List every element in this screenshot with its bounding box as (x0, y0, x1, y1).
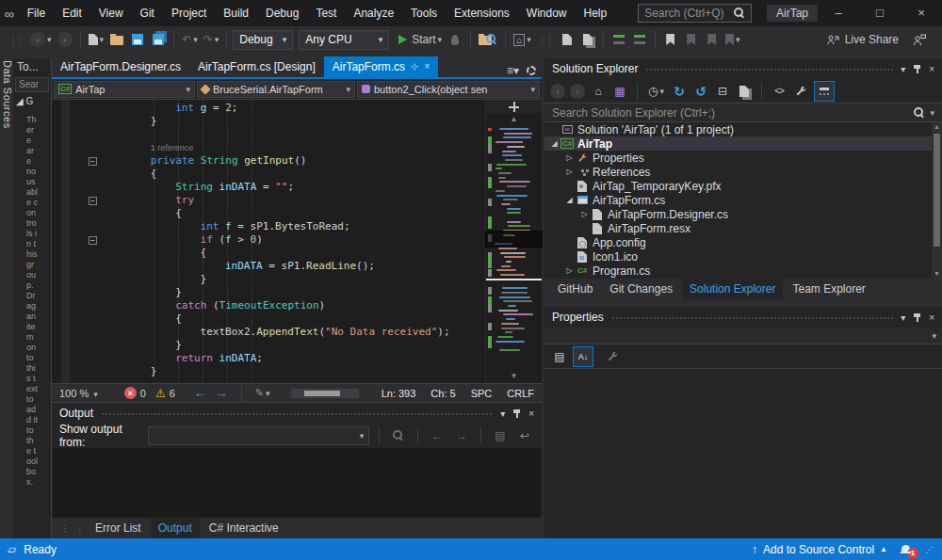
menu-item-test[interactable]: Test (307, 0, 345, 26)
menu-item-window[interactable]: Window (518, 0, 576, 26)
code-line[interactable]: return inDATA; (52, 352, 485, 365)
add-to-source-control-button[interactable]: ↑ Add to Source Control ▲ (752, 543, 887, 556)
tree-item[interactable]: ◢C#AirTap (544, 136, 942, 151)
tree-item[interactable]: ∞Solution 'AirTap' (1 of 1 project) (544, 122, 942, 136)
code-line[interactable]: { (52, 207, 485, 220)
expanded-expander-icon[interactable]: ◢ (548, 139, 560, 148)
move-item-icon[interactable] (558, 29, 577, 50)
member-dropdown[interactable]: button2_Click(object sen ▾ (357, 81, 540, 98)
copy-item-icon[interactable] (578, 29, 597, 50)
line-ending-indicator[interactable]: CRLF (507, 388, 534, 399)
type-dropdown[interactable]: BruceSerial.AirTapForm ▾ (197, 81, 355, 98)
toolbox-search-input[interactable]: Sear (15, 77, 49, 92)
window-home-icon[interactable]: ⌂▾ (512, 29, 533, 50)
dock-tab-github[interactable]: GitHub (550, 279, 600, 299)
dock-tab-git-changes[interactable]: Git Changes (602, 279, 680, 299)
expanded-expander-icon[interactable]: ◢ (563, 196, 576, 204)
scrollbar-thumb[interactable] (934, 134, 940, 247)
navigate-forward-icon[interactable]: → (216, 386, 228, 400)
tree-item[interactable]: App.config (544, 235, 942, 249)
editor-minimap-scrollbar[interactable]: ▲ ▼ (485, 100, 542, 383)
dock-tab-solution-explorer[interactable]: Solution Explorer (682, 279, 783, 299)
pending-changes-filter-icon[interactable]: ◷▾ (646, 81, 666, 102)
navigate-back-icon[interactable]: ← (194, 386, 206, 400)
goto-next-message-icon[interactable]: → (452, 425, 471, 446)
chevron-down-icon[interactable]: ▾ (901, 312, 905, 323)
pin-icon[interactable]: ⊹ (411, 56, 418, 77)
code-line[interactable]: 1 reference (52, 141, 485, 154)
solution-configuration-combo[interactable]: Debug▾ (233, 30, 293, 50)
close-button[interactable]: × (901, 0, 942, 26)
solution-explorer-search-input[interactable]: Search Solution Explorer (Ctrl+;) ▾ (544, 104, 942, 122)
minimap-viewport[interactable] (486, 232, 542, 247)
dock-grip[interactable]: ⋮ (57, 523, 71, 534)
undo-icon[interactable]: ↶▾ (180, 29, 200, 50)
collapsed-expander-icon[interactable]: ▷ (563, 168, 576, 176)
categorized-icon[interactable]: ▤ (550, 346, 569, 367)
menu-item-project[interactable]: Project (163, 0, 215, 26)
chevron-down-icon[interactable]: ▾ (500, 408, 505, 419)
close-tab-icon[interactable]: × (424, 56, 430, 77)
code-line[interactable]: String inDATA = ""; (52, 181, 485, 194)
document-tab[interactable]: AirTapForm.cs [Design] (189, 56, 324, 77)
close-icon[interactable]: × (929, 64, 934, 74)
find-message-icon[interactable] (389, 425, 408, 446)
gear-icon[interactable] (527, 66, 536, 75)
menu-item-help[interactable]: Help (576, 0, 616, 26)
bookmark-icon[interactable] (661, 29, 680, 50)
menu-item-build[interactable]: Build (215, 0, 257, 26)
code-line[interactable]: { (52, 312, 485, 326)
home-icon[interactable]: ⌂ (590, 81, 607, 102)
data-sources-vertical-tab[interactable]: Data Sources (0, 53, 13, 538)
code-line[interactable]: { (52, 168, 485, 181)
dock-tab-c-interactive[interactable]: C# Interactive (202, 518, 286, 538)
scrollbar-thumb[interactable] (304, 391, 340, 396)
refresh-icon[interactable]: ↻ (671, 81, 688, 102)
tree-item[interactable]: ◢AirTapForm.cs (544, 193, 942, 207)
object-selector-combo[interactable]: ▾ (544, 328, 942, 344)
menu-item-edit[interactable]: Edit (54, 0, 90, 26)
forward-icon[interactable]: › (570, 84, 585, 99)
pin-icon[interactable] (512, 409, 521, 418)
code-pane[interactable]: int g = 2;}1 reference−private String ge… (52, 100, 485, 383)
code-line[interactable]: } (52, 365, 485, 378)
quick-search-input[interactable]: Search (Ctrl+Q) (638, 4, 752, 23)
document-list-icon[interactable]: ≡▾ (507, 64, 519, 77)
code-line[interactable]: } (52, 339, 485, 352)
comment-icon[interactable] (609, 29, 628, 50)
close-icon[interactable]: × (528, 408, 534, 419)
tree-item[interactable]: ▷C#Program.cs (544, 264, 942, 278)
switch-views-icon[interactable]: ▦ (611, 81, 628, 102)
menu-item-git[interactable]: Git (132, 0, 163, 26)
code-editor[interactable]: int g = 2;}1 reference−private String ge… (52, 100, 542, 383)
error-count[interactable]: ×0 (124, 387, 146, 399)
dock-grip[interactable]: ⋮ (73, 523, 86, 534)
properties-wrench-icon[interactable] (792, 81, 809, 102)
collapse-region-icon[interactable]: − (89, 236, 97, 245)
code-line[interactable]: { (52, 247, 485, 260)
save-all-icon[interactable] (149, 29, 168, 50)
menu-item-view[interactable]: View (90, 0, 132, 26)
clear-bookmarks-icon[interactable]: ▾ (723, 29, 742, 50)
clear-all-icon[interactable]: ▤ (491, 425, 510, 446)
code-line[interactable]: catch (TimeoutException) (52, 299, 485, 312)
scroll-up-icon[interactable]: ▲ (486, 115, 542, 124)
code-line[interactable]: −if (f > 0) (52, 233, 485, 247)
menu-item-debug[interactable]: Debug (257, 0, 307, 26)
formatting-brush-icon[interactable]: ✎▾ (255, 387, 270, 399)
tree-item[interactable]: AirTap_TemporaryKey.pfx (544, 179, 942, 193)
tree-scrollbar[interactable]: ▲ ▼ (932, 122, 942, 279)
code-line[interactable]: } (52, 273, 485, 286)
menu-item-file[interactable]: File (19, 0, 54, 26)
zoom-dropdown[interactable]: 100 % ▾ (59, 388, 98, 399)
pin-icon[interactable] (913, 313, 921, 322)
output-content[interactable] (53, 448, 541, 518)
collapsed-expander-icon[interactable]: ▷ (563, 153, 576, 162)
solution-explorer-header[interactable]: Solution Explorer ▾ × (544, 58, 942, 79)
navigate-forward-icon[interactable]: › (56, 29, 74, 50)
notifications-bell-icon[interactable]: 1 (901, 544, 912, 555)
toolbox-group-header[interactable]: ◢ G (13, 94, 51, 109)
maximize-button[interactable]: □ (859, 0, 901, 26)
minimize-button[interactable]: – (818, 0, 859, 26)
solution-platform-combo[interactable]: Any CPU▾ (299, 30, 389, 50)
